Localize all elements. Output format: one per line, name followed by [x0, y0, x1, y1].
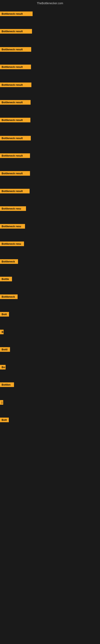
bottleneck-result-label-21: Bo: [0, 365, 6, 370]
bottleneck-result-label-2: Bottleneck result: [0, 29, 32, 34]
bottleneck-result-label-4: Bottleneck result: [0, 64, 31, 69]
bottleneck-result-label-6: Bottleneck result: [0, 100, 31, 105]
bottleneck-result-label-12: Bottleneck resu: [0, 206, 26, 211]
bottleneck-result-label-9: Bottleneck result: [0, 153, 30, 158]
bottleneck-result-label-17: Bottleneck: [0, 294, 18, 299]
bottleneck-result-label-19: B: [0, 330, 3, 334]
bottleneck-result-label-11: Bottleneck result: [0, 189, 30, 194]
bottleneck-result-label-23: |: [0, 400, 3, 405]
bottleneck-result-label-13: Bottleneck resu: [0, 224, 25, 228]
bottleneck-result-label-14: Bottleneck resu: [0, 242, 24, 246]
bottleneck-result-label-22: Bottlen: [0, 382, 14, 387]
bottleneck-result-label-1: Bottleneck result: [0, 12, 33, 16]
bottleneck-result-label-5: Bottleneck result: [0, 82, 31, 87]
bottleneck-result-label-10: Bottleneck result: [0, 171, 30, 176]
bottleneck-result-label-20: Bottl: [0, 347, 10, 352]
bottleneck-result-label-3: Bottleneck result: [0, 47, 31, 52]
site-title: TheBottlenecker.com: [0, 0, 100, 6]
bottleneck-result-label-8: Bottleneck result: [0, 136, 31, 140]
bottleneck-result-label-18: Bott: [0, 312, 9, 316]
bottleneck-result-label-16: Bottle: [0, 277, 12, 281]
bottleneck-result-label-7: Bottleneck result: [0, 118, 30, 122]
bottleneck-result-label-15: Bottleneck: [0, 259, 18, 264]
bottleneck-result-label-24: Bott: [0, 418, 9, 422]
